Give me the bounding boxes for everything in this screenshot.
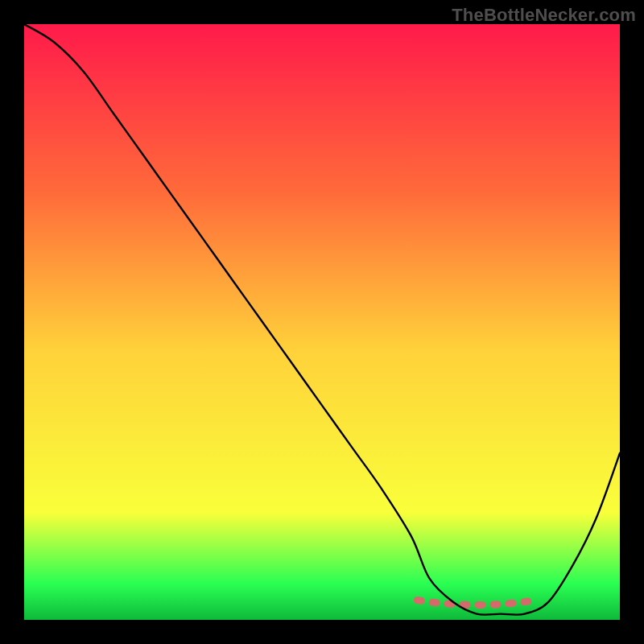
chart-stage: TheBottleNecker.com xyxy=(0,0,644,644)
bottleneck-curve-chart xyxy=(24,24,620,620)
attribution-label: TheBottleNecker.com xyxy=(452,5,636,26)
